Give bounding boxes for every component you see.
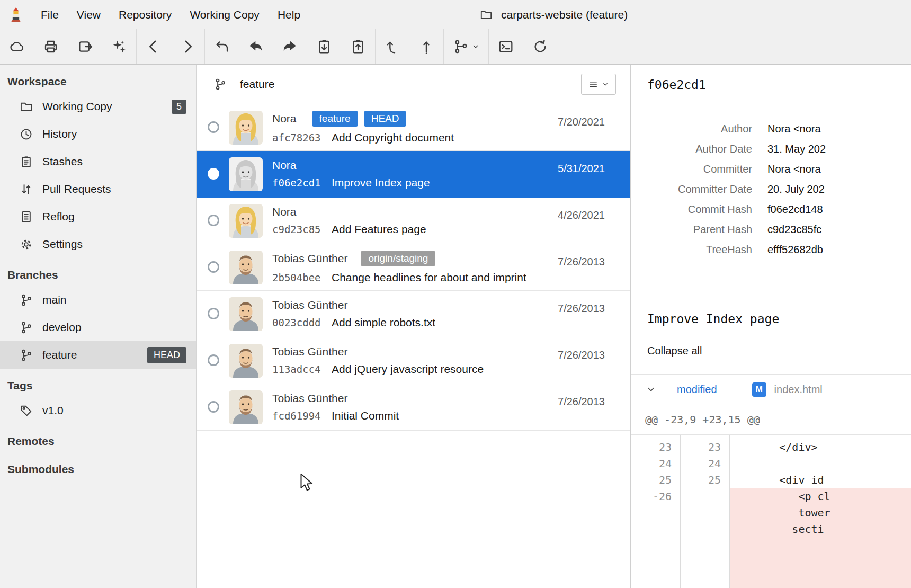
commit-row[interactable]: Tobias Günther 113adcc4 Add jQuery javas… (197, 337, 630, 384)
ref-badge-origin-staging: origin/staging (361, 251, 435, 266)
field-value: Nora <nora (767, 163, 821, 175)
old-line-number: 25 (631, 472, 681, 488)
avatar (229, 344, 263, 378)
commit-hash: 2b504bee (272, 272, 332, 283)
sidebar-item-pull-requests[interactable]: Pull Requests (0, 175, 196, 203)
commit-row[interactable]: Tobias Günther fcd61994 Initial Commit 7… (197, 384, 630, 431)
reply-right-icon[interactable] (273, 32, 307, 61)
app-window: File View Repository Working Copy Help c… (0, 0, 911, 588)
list-options-button[interactable] (581, 74, 616, 95)
workspace-section-title: Workspace (0, 65, 196, 93)
old-line-number (631, 505, 681, 521)
merge-icon[interactable] (444, 32, 488, 61)
commit-message: Improve Index page (332, 176, 430, 189)
refresh-icon[interactable] (523, 32, 557, 61)
avatar (229, 111, 263, 145)
undo-icon[interactable] (205, 32, 239, 61)
field-value: f06e2cd148 (767, 203, 823, 216)
menu-view[interactable]: View (68, 0, 110, 29)
sidebar-item-stashes[interactable]: Stashes (0, 148, 196, 175)
commit-list-panel: feature Nora feature HEAD afc78263 (197, 65, 631, 588)
commit-graph-node (208, 215, 219, 226)
commit-date: 5/31/2021 (558, 163, 605, 175)
cloud-icon[interactable] (0, 32, 34, 61)
folder-icon (19, 100, 33, 114)
chevron-down-icon (471, 42, 480, 51)
sidebar-item-tag-v1[interactable]: v1.0 (0, 397, 196, 424)
sidebar-item-branch-feature[interactable]: feature HEAD (0, 341, 196, 369)
field-label: Commit Hash (631, 203, 752, 216)
sidebar-item-label: Pull Requests (42, 183, 111, 195)
menu-file[interactable]: File (32, 0, 68, 29)
submodules-section-title[interactable]: Submodules (0, 452, 196, 480)
avatar (229, 157, 263, 191)
field-value: c9d23c85fc (767, 224, 821, 236)
toolbar (0, 29, 911, 65)
commit-row[interactable]: Nora feature HEAD afc78263 Add Copyright… (197, 104, 630, 151)
sidebar-item-label: Stashes (42, 155, 83, 168)
commit-row[interactable]: Tobias Günther origin/staging 2b504bee C… (197, 244, 630, 291)
old-line-number (631, 521, 681, 538)
branch-icon (213, 77, 227, 91)
new-line-number: 23 (681, 439, 730, 456)
branch-icon (19, 293, 33, 307)
pull-request-icon (19, 182, 33, 197)
clipboard-up-icon[interactable] (341, 32, 375, 61)
commit-hash: fcd61994 (272, 410, 332, 422)
commit-hash: afc78263 (272, 132, 332, 144)
commit-metadata: AuthorNora <nora Author Date31. May 202 … (631, 105, 911, 295)
sidebar-item-working-copy[interactable]: Working Copy 5 (0, 93, 196, 120)
menu-help[interactable]: Help (269, 0, 309, 29)
detail-commit-hash: f06e2cd1 (631, 65, 911, 105)
commit-graph-node (208, 308, 219, 319)
diff-line-deleted: secti (631, 521, 911, 538)
branch-icon (19, 348, 33, 362)
diff-deletion-continuation (631, 538, 911, 588)
diff-hunk-header: @@ -23,9 +23,15 @@ (631, 404, 911, 435)
app-logo-icon (7, 6, 24, 23)
commit-row[interactable]: Nora c9d23c85 Add Features page 4/26/202… (197, 198, 630, 244)
commit-row[interactable]: Tobias Günther 0023cddd Add simple robot… (197, 291, 630, 337)
new-line-number: 25 (681, 472, 730, 488)
sidebar-item-label: Working Copy (42, 100, 112, 113)
chevron-down-icon[interactable] (645, 384, 657, 395)
document-icon (19, 210, 33, 224)
checkout-icon[interactable] (68, 32, 102, 61)
changed-file-row[interactable]: modified M index.html (631, 374, 911, 404)
commit-author: Tobias Günther (272, 252, 347, 265)
menu-working-copy[interactable]: Working Copy (181, 0, 269, 29)
menu-repository[interactable]: Repository (110, 0, 181, 29)
commit-row-selected[interactable]: Nora f06e2cd1 Improve Index page 5/31/20… (197, 151, 630, 198)
remotes-section-title[interactable]: Remotes (0, 424, 196, 452)
sidebar-item-branch-develop[interactable]: develop (0, 314, 196, 341)
diff-code: </div> (730, 439, 911, 456)
push-icon[interactable] (409, 32, 443, 61)
sidebar-item-branch-main[interactable]: main (0, 286, 196, 314)
commit-hash: 0023cddd (272, 317, 332, 328)
sidebar-item-reflog[interactable]: Reflog (0, 203, 196, 230)
print-icon[interactable] (34, 32, 68, 61)
new-line-number: 24 (681, 456, 730, 472)
commit-date: 7/26/2013 (558, 349, 605, 361)
field-label: Committer (631, 163, 752, 175)
forward-icon[interactable] (171, 32, 204, 61)
menu-bar: File View Repository Working Copy Help c… (0, 0, 911, 30)
history-icon (19, 127, 33, 141)
commit-author: Tobias Günther (272, 299, 347, 311)
back-icon[interactable] (137, 32, 171, 61)
commit-date: 7/20/2021 (558, 116, 605, 128)
sidebar-item-label: main (42, 293, 67, 306)
collapse-all-link[interactable]: Collapse all (647, 345, 702, 357)
clipboard-down-icon[interactable] (307, 32, 341, 61)
ref-badge-feature: feature (312, 111, 358, 127)
reply-left-icon[interactable] (239, 32, 273, 61)
sparkles-icon[interactable] (102, 32, 136, 61)
sidebar-item-history[interactable]: History (0, 120, 196, 148)
terminal-icon[interactable] (489, 32, 523, 61)
commit-message: Add simple robots.txt (332, 316, 435, 329)
branch-icon (19, 320, 33, 335)
pull-icon[interactable] (376, 32, 409, 61)
diff-view: 23 23 </div> 24 24 25 25 <div id -26 <p … (631, 434, 911, 588)
field-label: TreeHash (631, 244, 752, 256)
sidebar-item-settings[interactable]: Settings (0, 230, 196, 258)
